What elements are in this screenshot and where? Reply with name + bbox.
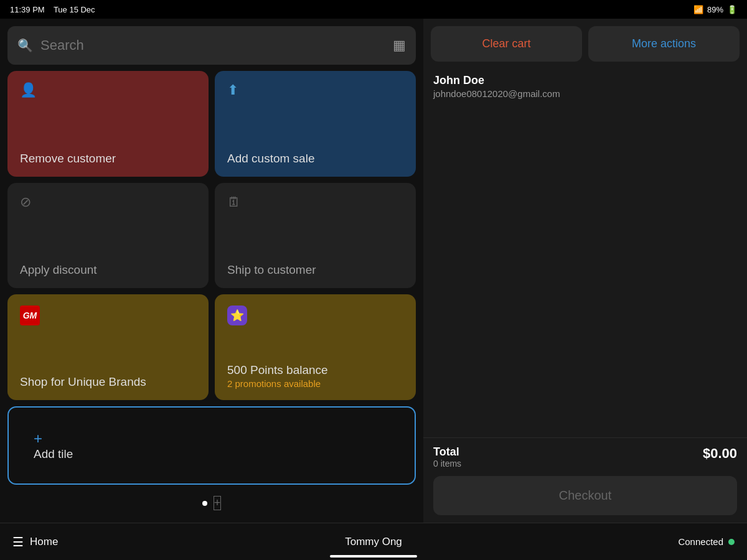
total-amount: $0.00 [703, 446, 737, 462]
home-label: Home [30, 536, 58, 548]
barcode-icon[interactable]: ▦ [393, 37, 406, 54]
page-dots: + [7, 491, 416, 515]
tile-shop-brands[interactable]: GM Shop for Unique Brands [7, 294, 209, 400]
left-panel: 🔍 ▦ 👤 Remove customer ⬆ Add custom sale … [0, 19, 423, 523]
right-top-buttons: Clear cart More actions [423, 19, 747, 62]
connection-label: Connected [678, 536, 723, 547]
add-page-icon[interactable]: + [214, 496, 222, 510]
battery-level: 89% [707, 5, 723, 14]
person-icon: 👤 [20, 82, 196, 98]
connection-status: Connected [678, 536, 735, 547]
user-name: Tommy Ong [345, 536, 402, 548]
status-indicators: 📶 89% 🔋 [693, 5, 737, 14]
tile-label: Shop for Unique Brands [20, 375, 196, 389]
plus-icon: + [34, 430, 390, 447]
total-label: Total [433, 446, 461, 459]
cart-area [423, 105, 747, 437]
tile-add-tile[interactable]: + Add tile [7, 406, 416, 485]
search-icon: 🔍 [17, 38, 33, 53]
tile-apply-discount: ⊘ Apply discount [7, 183, 209, 289]
tile-add-custom-sale[interactable]: ⬆ Add custom sale [215, 71, 416, 177]
search-input[interactable] [40, 37, 385, 54]
total-row: Total 0 items $0.00 [433, 446, 737, 469]
total-section: Total 0 items $0.00 Checkout [423, 437, 747, 523]
tile-label: Apply discount [20, 263, 196, 277]
gm-logo: GM [20, 306, 40, 325]
time-display: 11:39 PM [10, 5, 45, 14]
home-nav-item[interactable]: ☰ Home [12, 534, 58, 549]
tile-label: Add custom sale [227, 152, 403, 166]
more-actions-button[interactable]: More actions [588, 26, 740, 62]
search-bar[interactable]: 🔍 ▦ [7, 26, 416, 65]
right-panel: Clear cart More actions John Doe johndoe… [423, 19, 747, 523]
tile-label: Remove customer [20, 152, 196, 166]
tiles-grid: 👤 Remove customer ⬆ Add custom sale ⊘ Ap… [7, 71, 416, 400]
upload-icon: ⬆ [227, 82, 403, 98]
connected-indicator [728, 539, 735, 545]
customer-email: johndoe08012020@gmail.com [433, 88, 737, 99]
tile-remove-customer[interactable]: 👤 Remove customer [7, 71, 209, 177]
add-tile-label: Add tile [34, 447, 390, 461]
hamburger-icon: ☰ [12, 534, 24, 549]
bottom-nav: ☰ Home Tommy Ong Connected [0, 523, 747, 560]
promotions-label: 2 promotions available [227, 378, 403, 389]
main-layout: 🔍 ▦ 👤 Remove customer ⬆ Add custom sale … [0, 19, 747, 523]
points-label: 500 Points balance [227, 363, 403, 377]
items-count: 0 items [433, 459, 461, 469]
dot-active [202, 501, 207, 506]
customer-info: John Doe johndoe08012020@gmail.com [423, 62, 747, 105]
status-time: 11:39 PM Tue 15 Dec [10, 5, 95, 14]
wifi-icon: 📶 [693, 5, 703, 14]
clear-cart-button[interactable]: Clear cart [431, 26, 582, 62]
tile-label: Ship to customer [227, 263, 403, 277]
tile-points-balance[interactable]: ⭐ 500 Points balance 2 promotions availa… [215, 294, 416, 400]
star-icon: ⭐ [227, 306, 247, 325]
date-display: Tue 15 Dec [54, 5, 95, 14]
status-bar: 11:39 PM Tue 15 Dec 📶 89% 🔋 [0, 0, 747, 19]
discount-icon: ⊘ [20, 194, 196, 210]
battery-icon: 🔋 [727, 5, 737, 14]
tile-ship-to-customer: 🗓 Ship to customer [215, 183, 416, 289]
checkout-button[interactable]: Checkout [433, 476, 737, 515]
home-indicator [330, 555, 417, 558]
customer-name: John Doe [433, 74, 737, 87]
ship-icon: 🗓 [227, 194, 403, 210]
